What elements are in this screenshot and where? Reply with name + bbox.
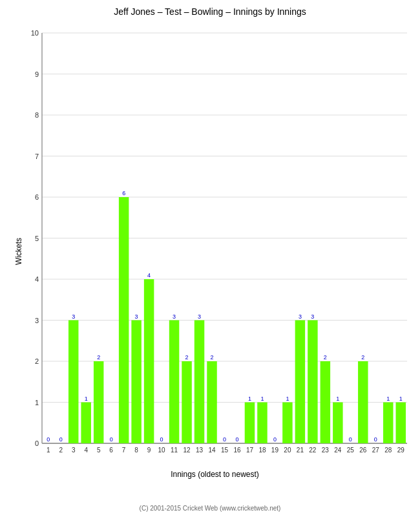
svg-text:25: 25 <box>347 447 355 454</box>
svg-text:0: 0 <box>374 436 377 443</box>
svg-text:0: 0 <box>235 436 238 443</box>
svg-text:0: 0 <box>273 436 277 443</box>
svg-text:0: 0 <box>47 436 50 443</box>
svg-rect-91 <box>358 361 368 443</box>
svg-rect-74 <box>282 403 292 444</box>
svg-rect-69 <box>257 403 267 444</box>
svg-text:21: 21 <box>297 447 304 454</box>
svg-text:5: 5 <box>97 447 101 454</box>
svg-text:3: 3 <box>198 313 201 320</box>
svg-rect-86 <box>333 403 342 444</box>
svg-rect-34 <box>94 361 103 443</box>
svg-text:1: 1 <box>35 399 39 406</box>
svg-text:3: 3 <box>173 313 176 320</box>
copyright: (C) 2001-2015 Cricket Web (www.cricketwe… <box>0 505 420 512</box>
svg-rect-31 <box>81 403 90 444</box>
svg-text:6: 6 <box>35 193 39 201</box>
svg-text:2: 2 <box>97 354 100 361</box>
svg-text:29: 29 <box>397 447 405 454</box>
svg-text:16: 16 <box>233 447 241 454</box>
svg-text:8: 8 <box>35 111 39 119</box>
svg-rect-80 <box>308 321 317 444</box>
svg-text:4: 4 <box>84 447 88 454</box>
svg-text:2: 2 <box>185 354 189 361</box>
svg-rect-28 <box>68 321 78 444</box>
svg-text:1: 1 <box>386 396 390 402</box>
svg-text:23: 23 <box>322 447 330 454</box>
svg-text:20: 20 <box>284 447 291 454</box>
svg-rect-59 <box>207 361 216 443</box>
svg-rect-53 <box>182 361 191 443</box>
svg-text:1: 1 <box>85 396 88 402</box>
svg-text:3: 3 <box>72 447 76 454</box>
svg-text:0: 0 <box>110 436 113 443</box>
svg-text:9: 9 <box>147 447 151 454</box>
svg-text:6: 6 <box>122 190 125 196</box>
svg-text:1: 1 <box>336 396 339 402</box>
chart-svg: 0123456789100102331425066738490103112123… <box>23 26 417 466</box>
svg-text:11: 11 <box>171 447 178 454</box>
svg-rect-50 <box>169 321 179 444</box>
svg-text:12: 12 <box>183 447 191 454</box>
svg-text:6: 6 <box>109 447 113 454</box>
svg-rect-66 <box>245 403 255 444</box>
svg-rect-77 <box>295 321 305 444</box>
svg-text:2: 2 <box>361 354 364 361</box>
svg-rect-45 <box>144 279 154 443</box>
svg-rect-42 <box>131 321 141 444</box>
svg-rect-39 <box>119 197 129 443</box>
svg-text:0: 0 <box>160 436 163 443</box>
svg-text:1: 1 <box>47 447 50 454</box>
svg-text:15: 15 <box>221 447 229 454</box>
chart-title: Jeff Jones – Test – Bowling – Innings by… <box>0 0 420 20</box>
svg-text:0: 0 <box>59 436 63 443</box>
svg-text:3: 3 <box>311 313 314 320</box>
svg-text:7: 7 <box>35 153 39 160</box>
svg-text:3: 3 <box>135 313 138 320</box>
svg-text:7: 7 <box>122 447 126 454</box>
svg-text:3: 3 <box>35 317 39 324</box>
svg-text:0: 0 <box>349 436 352 443</box>
svg-text:13: 13 <box>196 447 204 454</box>
svg-text:14: 14 <box>208 447 216 454</box>
svg-text:26: 26 <box>359 447 367 454</box>
svg-text:27: 27 <box>372 447 380 454</box>
x-axis-label: Innings (oldest to newest) <box>23 470 407 479</box>
svg-rect-56 <box>194 321 204 444</box>
svg-rect-96 <box>383 403 393 444</box>
svg-text:9: 9 <box>35 70 39 78</box>
y-axis-label: Wickets <box>14 238 23 265</box>
svg-text:1: 1 <box>399 396 403 402</box>
svg-text:2: 2 <box>59 447 63 454</box>
svg-text:8: 8 <box>134 447 138 454</box>
svg-text:3: 3 <box>72 313 75 320</box>
svg-text:1: 1 <box>248 396 251 402</box>
svg-text:18: 18 <box>258 447 266 454</box>
svg-text:17: 17 <box>246 447 254 454</box>
svg-text:24: 24 <box>334 447 342 454</box>
svg-text:19: 19 <box>271 447 279 454</box>
svg-text:28: 28 <box>384 447 392 454</box>
svg-text:2: 2 <box>35 357 39 365</box>
svg-text:1: 1 <box>260 396 264 402</box>
svg-text:2: 2 <box>211 354 214 361</box>
svg-rect-83 <box>320 361 330 443</box>
svg-text:22: 22 <box>309 447 317 454</box>
svg-text:5: 5 <box>35 235 39 242</box>
svg-text:0: 0 <box>223 436 226 443</box>
svg-text:4: 4 <box>147 272 151 279</box>
svg-text:2: 2 <box>324 354 327 361</box>
svg-text:4: 4 <box>35 275 39 283</box>
chart-container: Jeff Jones – Test – Bowling – Innings by… <box>0 0 420 517</box>
svg-text:0: 0 <box>35 439 39 447</box>
svg-text:10: 10 <box>158 447 166 454</box>
svg-text:3: 3 <box>299 313 302 320</box>
svg-rect-99 <box>396 403 406 444</box>
svg-text:1: 1 <box>286 396 289 402</box>
svg-text:10: 10 <box>31 29 39 37</box>
